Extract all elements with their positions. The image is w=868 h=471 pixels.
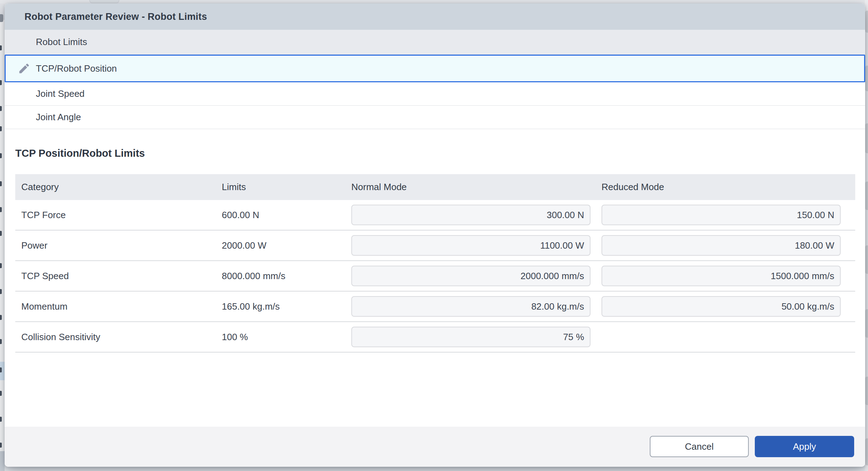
background-text-fragment xyxy=(0,289,2,294)
background-window-left-edge xyxy=(0,4,5,471)
reduced-mode-input[interactable] xyxy=(601,296,841,317)
background-scrollbar-fragment xyxy=(865,377,868,405)
background-text-fragment xyxy=(0,263,2,268)
apply-button[interactable]: Apply xyxy=(755,436,854,457)
dialog-footer: Cancel Apply xyxy=(5,427,865,467)
limit-value: 600.00 N xyxy=(222,210,351,221)
background-text-fragment xyxy=(0,45,2,50)
pencil-icon xyxy=(17,62,31,75)
background-text-fragment xyxy=(0,181,2,186)
limit-value: 8000.000 mm/s xyxy=(222,271,351,282)
column-header-normal-mode: Normal Mode xyxy=(351,182,601,193)
background-text-fragment xyxy=(0,153,2,158)
category-label: Collision Sensitivity xyxy=(15,332,222,343)
background-fragment xyxy=(0,451,5,471)
background-scrollbar-fragment xyxy=(865,438,868,465)
background-scrollbar-fragment xyxy=(865,11,868,33)
limit-value: 165.00 kg.m/s xyxy=(222,301,351,312)
nav-group-header: Robot Limits xyxy=(5,30,865,55)
nav-group-label: Robot Limits xyxy=(36,37,87,48)
limit-value: 2000.00 W xyxy=(222,240,351,251)
normal-mode-input[interactable] xyxy=(351,296,590,317)
background-icon-fragment xyxy=(0,14,3,22)
reduced-mode-input[interactable] xyxy=(601,235,841,256)
limits-table: Category Limits Normal Mode Reduced Mode… xyxy=(15,174,855,353)
nav-item-tcp-robot-position[interactable]: TCP/Robot Position xyxy=(5,55,865,82)
cancel-button[interactable]: Cancel xyxy=(650,436,749,457)
background-text-fragment xyxy=(0,315,2,320)
nav-item-label: TCP/Robot Position xyxy=(36,63,117,74)
limit-value: 100 % xyxy=(222,332,351,343)
table-header-row: Category Limits Normal Mode Reduced Mode xyxy=(15,174,855,200)
column-header-category: Category xyxy=(15,182,222,193)
category-label: TCP Force xyxy=(15,210,222,221)
background-text-fragment xyxy=(0,391,2,396)
background-text-fragment xyxy=(0,443,2,448)
background-text-fragment xyxy=(0,339,2,344)
section-title: TCP Position/Robot Limits xyxy=(15,148,145,159)
background-tab-fragment xyxy=(89,0,119,3)
background-text-fragment xyxy=(0,126,2,131)
table-row-tcp-speed: TCP Speed 8000.000 mm/s xyxy=(15,261,855,292)
background-scrollbar-fragment xyxy=(865,245,868,274)
normal-mode-input[interactable] xyxy=(351,327,590,347)
normal-mode-input[interactable] xyxy=(351,266,590,286)
reduced-mode-input[interactable] xyxy=(601,266,841,286)
normal-mode-input[interactable] xyxy=(351,235,590,256)
background-scrollbar-fragment xyxy=(865,66,868,91)
background-text-fragment xyxy=(0,417,2,422)
background-scrollbar-fragment xyxy=(865,182,868,210)
reduced-mode-input[interactable] xyxy=(601,205,841,225)
background-scrollbar-fragment xyxy=(865,309,868,338)
background-text-fragment xyxy=(0,80,2,85)
background-text-fragment xyxy=(0,207,2,212)
table-row-tcp-force: TCP Force 600.00 N xyxy=(15,200,855,231)
nav-item-label: Joint Angle xyxy=(36,112,81,123)
background-text-fragment xyxy=(0,231,2,236)
category-label: TCP Speed xyxy=(15,271,222,282)
background-window-right-edge xyxy=(865,0,868,471)
table-row-momentum: Momentum 165.00 kg.m/s xyxy=(15,292,855,322)
normal-mode-input[interactable] xyxy=(351,205,590,225)
background-window-top-edge xyxy=(0,0,868,4)
nav-item-joint-angle[interactable]: Joint Angle xyxy=(5,106,865,129)
nav-item-label: Joint Speed xyxy=(36,88,84,99)
column-header-limits: Limits xyxy=(222,182,351,193)
robot-parameter-dialog: Robot Parameter Review - Robot Limits Ro… xyxy=(5,4,865,467)
background-text-fragment xyxy=(0,106,2,111)
nav-item-joint-speed[interactable]: Joint Speed xyxy=(5,82,865,106)
column-header-reduced-mode: Reduced Mode xyxy=(601,182,855,193)
background-scrollbar-fragment xyxy=(865,123,868,153)
table-row-collision-sensitivity: Collision Sensitivity 100 % xyxy=(15,322,855,353)
table-row-power: Power 2000.00 W xyxy=(15,231,855,261)
dialog-titlebar: Robot Parameter Review - Robot Limits xyxy=(5,4,865,30)
dialog-title: Robot Parameter Review - Robot Limits xyxy=(24,11,207,22)
background-text-fragment xyxy=(0,367,2,372)
category-label: Momentum xyxy=(15,301,222,312)
category-label: Power xyxy=(15,240,222,251)
